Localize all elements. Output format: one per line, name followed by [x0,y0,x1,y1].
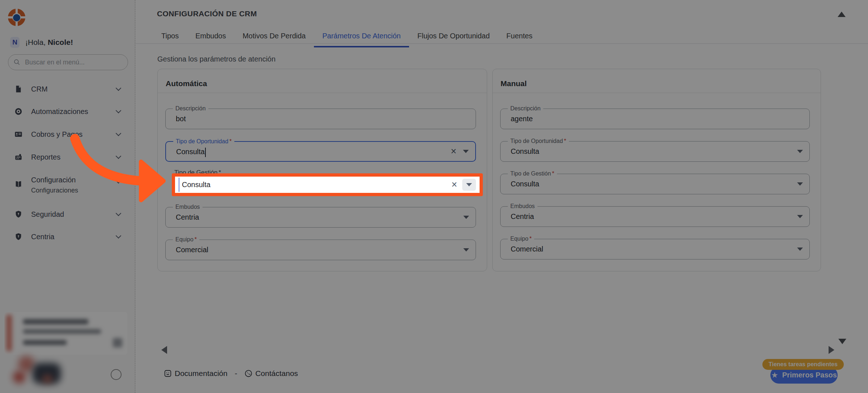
dropdown-caret-button[interactable] [462,179,476,191]
annotation-arrow [65,128,170,204]
clear-icon[interactable]: × [451,180,457,190]
crm-settings-page: { "header": { "title": "CONFIGURACIÓN DE… [0,0,868,393]
field-value: Consulta [182,181,451,189]
highlighted-field-tipo-gestion[interactable]: Consulta × [172,173,483,196]
dropdown-caret-icon [466,183,472,186]
